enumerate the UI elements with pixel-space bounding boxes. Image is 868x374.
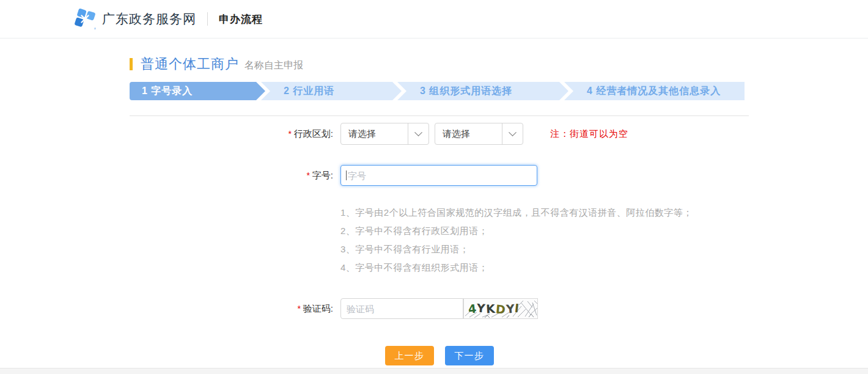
- chevron-down-icon: [509, 128, 517, 136]
- rule-item-1: 1、字号由2个以上符合国家规范的汉字组成，且不得含有汉语拼音、阿拉伯数字等；: [340, 204, 749, 222]
- district-city-select-arrow[interactable]: [408, 123, 428, 144]
- chevron-down-icon: [414, 128, 422, 136]
- step-tab-3[interactable]: 3 组织形式用语选择: [397, 82, 568, 100]
- district-street-select-value: 请选择: [435, 128, 502, 140]
- header-divider: [207, 12, 208, 26]
- required-asterisk: *: [288, 129, 291, 139]
- registration-form: *行政区划: 请选择 请选择 注：街道可以为空 *字号:: [130, 123, 749, 365]
- section-divider: [130, 116, 749, 116]
- rule-item-2: 2、字号中不得含有行政区划用语；: [340, 222, 749, 240]
- name-rules: 1、字号由2个以上符合国家规范的汉字组成，且不得含有汉语拼音、阿拉伯数字等； 2…: [340, 204, 749, 277]
- district-row: *行政区划: 请选择 请选择 注：街道可以为空: [130, 123, 749, 145]
- required-asterisk: *: [297, 304, 300, 314]
- name-label: *字号:: [130, 170, 333, 182]
- page-footer: [0, 368, 868, 374]
- brand-title: 广东政务服务网: [102, 10, 196, 28]
- captcha-label: *验证码:: [130, 303, 333, 315]
- prev-button[interactable]: 上一步: [385, 346, 434, 365]
- step-tab-1[interactable]: 1 字号录入: [130, 82, 265, 100]
- district-note: 注：街道可以为空: [550, 128, 628, 140]
- name-input[interactable]: [340, 165, 537, 186]
- step-tab-4-label: 4 经营者情况及其他信息录入: [587, 86, 721, 96]
- step-tabs: 1 字号录入 2 行业用语 3 组织形式用语选择 4 经营者情况及其他信息录入: [130, 82, 749, 100]
- district-street-select[interactable]: 请选择: [435, 123, 523, 145]
- step-tab-3-label: 3 组织形式用语选择: [420, 86, 512, 96]
- page-title-row: 普通个体工商户 名称自主申报: [130, 55, 749, 73]
- nav-title: 申办流程: [219, 12, 263, 26]
- captcha-image[interactable]: 4 Y K D Y I: [463, 298, 538, 319]
- step-tab-2-label: 2 行业用语: [284, 86, 334, 96]
- form-actions: 上一步 下一步: [130, 346, 749, 365]
- rule-item-3: 3、字号中不得含有行业用语；: [340, 240, 749, 258]
- app-header: 广东政务服务网 申办流程: [0, 0, 868, 38]
- captcha-input[interactable]: [340, 298, 463, 319]
- step-tab-1-label: 1 字号录入: [142, 86, 193, 96]
- pinwheel-icon[interactable]: [75, 9, 95, 29]
- next-button[interactable]: 下一步: [445, 346, 494, 365]
- title-accent-bar: [130, 58, 133, 70]
- page-title: 普通个体工商户: [141, 55, 239, 73]
- district-street-select-arrow[interactable]: [502, 123, 523, 144]
- name-row: *字号:: [130, 165, 749, 186]
- page-subtitle: 名称自主申报: [245, 59, 303, 72]
- captcha-text: 4 Y K D Y I: [464, 299, 537, 318]
- district-city-select[interactable]: 请选择: [340, 123, 429, 145]
- captcha-row: *验证码:: [130, 298, 749, 319]
- step-tab-4[interactable]: 4 经营者情况及其他信息录入: [564, 82, 745, 100]
- district-city-select-value: 请选择: [341, 128, 408, 140]
- text-caret: [346, 170, 347, 180]
- main-content: 普通个体工商户 名称自主申报 1 字号录入 2 行业用语 3 组织形式用语选择 …: [130, 55, 749, 365]
- district-label: *行政区划:: [130, 128, 333, 140]
- required-asterisk: *: [306, 170, 309, 180]
- step-tab-2[interactable]: 2 行业用语: [261, 82, 402, 100]
- rule-item-4: 4、字号中不得含有组织形式用语；: [340, 258, 749, 277]
- name-input-wrap: [340, 165, 537, 186]
- screen: 广东政务服务网 申办流程 普通个体工商户 名称自主申报 1 字号录入 2 行业用…: [0, 0, 868, 374]
